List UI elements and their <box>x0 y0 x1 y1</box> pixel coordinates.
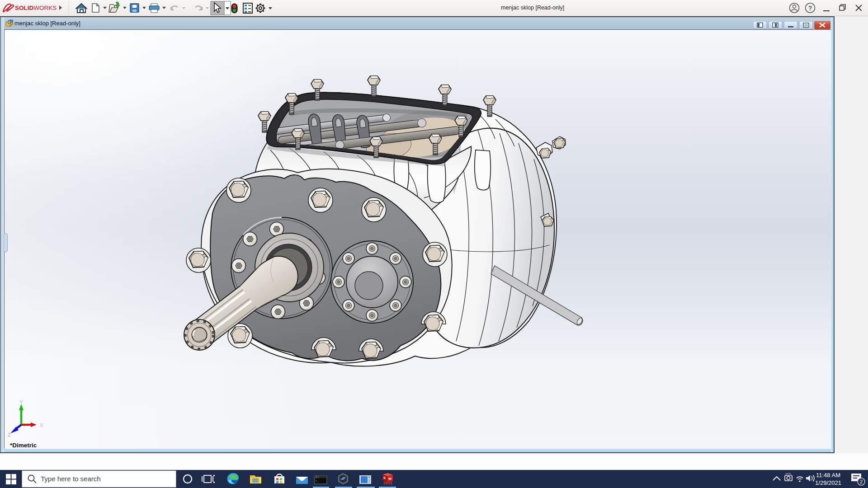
svg-text:2021: 2021 <box>383 481 392 485</box>
svg-text:X: X <box>40 422 43 428</box>
svg-text:W: W <box>388 477 392 481</box>
svg-text:C:\: C:\ <box>316 476 319 479</box>
svg-text:>_: >_ <box>316 479 319 483</box>
svg-text:S: S <box>383 476 386 480</box>
svg-text:Z: Z <box>8 432 11 437</box>
svg-text:?: ? <box>808 5 812 12</box>
svg-text:2: 2 <box>860 479 863 484</box>
